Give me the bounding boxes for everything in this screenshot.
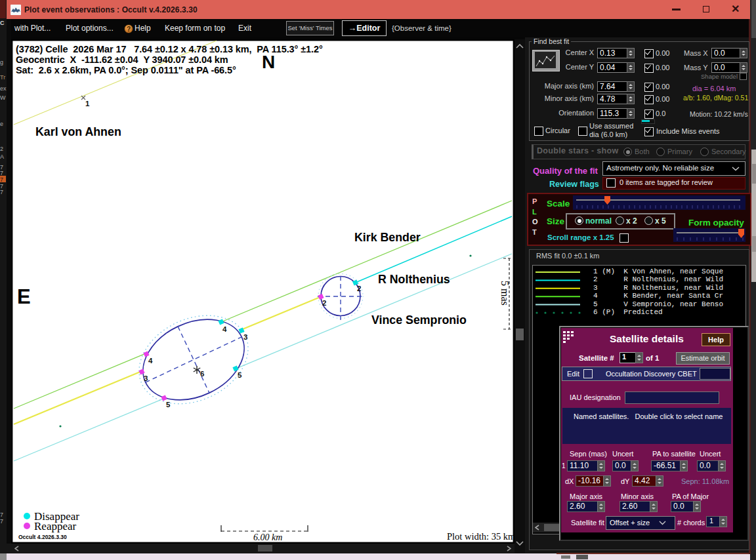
svg-text:3: 3 (243, 333, 247, 341)
svg-text:Plot width: 35 km: Plot width: 35 km (447, 531, 514, 542)
svg-text:Karl von Ahnen: Karl von Ahnen (35, 125, 121, 138)
svg-text:(3782) Celle 2026 Mar 17 7.: (3782) Celle 2026 Mar 17 7.64 ±0.12 x 4.… (16, 44, 323, 54)
svg-text:4: 4 (222, 325, 227, 333)
svg-text:2: 2 (322, 299, 326, 307)
svg-text:Vince Sempronio: Vince Sempronio (371, 313, 467, 327)
svg-text:6: 6 (200, 370, 204, 378)
svg-text:Geocentric X -111.62 ±0.04: Geocentric X -111.62 ±0.04 Y 3940.07 ±0.… (16, 54, 228, 65)
svg-text:1: 1 (85, 100, 90, 108)
svg-text:5: 5 (238, 371, 242, 379)
svg-text:Kirk Bender: Kirk Bender (354, 231, 421, 244)
svg-text:3: 3 (144, 374, 148, 382)
svg-text:2: 2 (357, 285, 361, 292)
svg-text:N: N (262, 52, 275, 72)
svg-text:E: E (17, 285, 31, 308)
svg-text:R Nolthenius: R Nolthenius (378, 273, 450, 286)
svg-text:5: 5 (166, 401, 171, 409)
svg-text:Sat: 2.6 x 2.6km, PA 0.0°; Se: Sat: 2.6 x 2.6km, PA 0.0°; Sep 0.0111" a… (16, 65, 236, 75)
svg-text:Occult 4.2026.3.30: Occult 4.2026.3.30 (18, 534, 67, 540)
svg-text:5 mas: 5 mas (499, 281, 511, 306)
svg-text:4: 4 (148, 357, 153, 365)
svg-text:6.00 km: 6.00 km (253, 532, 282, 542)
svg-text:Reappear: Reappear (34, 520, 77, 532)
